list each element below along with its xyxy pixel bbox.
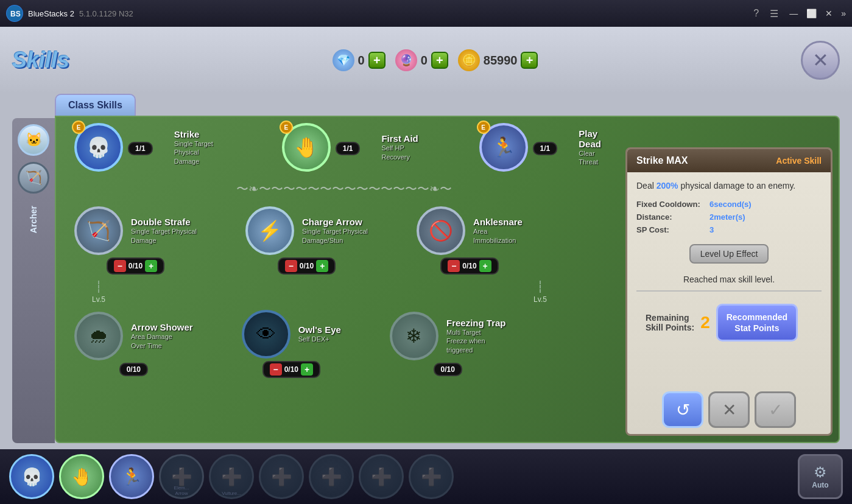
info-sp-cost: SP Cost: 3 <box>636 225 822 234</box>
titlebar: BS BlueStacks 2 5.1.0.1129 N32 ? ☰ — ⬜ ✕… <box>0 0 852 27</box>
expand-button[interactable]: » <box>841 9 846 18</box>
gem-count: 0 <box>421 54 428 68</box>
info-skill-type: Active Skill <box>776 156 822 166</box>
skill-slot-4[interactable]: ➕ Elem...Arrow <box>159 454 204 499</box>
info-max-text: Reached max skill level. <box>636 275 822 284</box>
arrow-shower-name: Arrow Shower <box>131 322 193 332</box>
help-icon[interactable]: ? <box>753 8 759 19</box>
double-strafe-icon-wrap: 🏹 <box>74 206 123 255</box>
owls-eye-desc: Self DEX+ <box>298 335 341 343</box>
skills-header: Skills 💎 0 + 🔮 0 + 🪙 85990 + ✕ <box>0 27 852 94</box>
slot1-icon: 💀 <box>21 467 43 487</box>
skill-anklesnare: 🚫 Anklesnare AreaImmobilization <box>417 206 523 255</box>
slot5-icon: ➕ <box>221 467 242 487</box>
anklesnare-circle[interactable]: 🚫 <box>417 206 465 255</box>
skill-slot-6[interactable]: ➕ <box>259 454 304 499</box>
skill-charge-arrow: ⚡ Charge Arrow Single Target PhysicalDam… <box>245 206 368 255</box>
skill-slot-2[interactable]: 🤚 <box>59 454 104 499</box>
gem-add-button[interactable]: + <box>431 52 448 69</box>
confirm-button[interactable]: ✓ <box>755 391 796 428</box>
owls-eye-level: 0/10 <box>284 365 298 374</box>
remaining-label-col: Remaining Skill Points: <box>646 313 694 332</box>
charge-arrow-desc: Single Target PhysicalDamage/Stun <box>302 227 368 245</box>
coin-icon: 🪙 <box>458 49 480 71</box>
slot2-icon: 🤚 <box>71 467 93 487</box>
anklesnare-desc: AreaImmobilization <box>473 227 523 245</box>
strike-name: Strike <box>174 129 226 139</box>
connector-right: Lv.5 <box>528 281 552 304</box>
diamond-icon: 💎 <box>333 49 354 71</box>
double-strafe-circle[interactable]: 🏹 <box>74 206 123 255</box>
freezing-trap-icon-wrap: ❄ <box>390 312 438 360</box>
double-strafe-minus[interactable]: − <box>114 260 126 272</box>
charge-arrow-minus[interactable]: − <box>285 260 297 272</box>
owls-eye-circle[interactable]: 👁 <box>242 310 290 359</box>
close-button[interactable]: ✕ <box>825 9 833 18</box>
skill-strike: 💀 E 1/1 <box>74 123 153 172</box>
freezing-trap-col: ❄ Freezing Trap Multi TargetFreeze whent… <box>390 312 506 376</box>
charge-arrow-controls: − 0/10 + <box>278 257 336 275</box>
diamond-add-button[interactable]: + <box>368 52 386 69</box>
cancel-button[interactable]: ✕ <box>708 391 750 428</box>
recommended-stat-points-button[interactable]: RecommendedStat Points <box>716 304 798 341</box>
currency-group: 💎 0 + 🔮 0 + 🪙 85990 + <box>333 49 538 71</box>
restore-button[interactable]: ⬜ <box>806 9 817 18</box>
slot7-icon: ➕ <box>321 467 342 487</box>
charge-arrow-level: 0/10 <box>300 262 314 270</box>
double-strafe-desc: Single Target PhysicalDamage <box>131 227 197 245</box>
class-label: Archer <box>29 206 38 233</box>
coin-add-button[interactable]: + <box>521 52 538 69</box>
double-strafe-controls: − 0/10 + <box>107 257 164 275</box>
freezing-trap-desc: Multi TargetFreeze whentriggered <box>446 328 506 354</box>
skill-slot-3[interactable]: 🏃 <box>109 454 154 499</box>
menu-icon[interactable]: ☰ <box>770 8 778 19</box>
diamond-currency: 💎 0 + <box>333 49 386 71</box>
sidebar-item-cat[interactable]: 🐱 <box>18 124 49 156</box>
charge-arrow-col: ⚡ Charge Arrow Single Target PhysicalDam… <box>245 206 368 275</box>
ornament-divider: 〜❧〜〜〜〜〜〜〜〜〜〜〜〜〜〜❧〜 <box>62 178 625 200</box>
skill-slot-9[interactable]: ➕ <box>409 454 454 499</box>
charge-arrow-plus[interactable]: + <box>316 260 328 272</box>
auto-label: Auto <box>812 481 828 489</box>
connector-lv-right: Lv.5 <box>533 295 547 304</box>
action-buttons: ↺ ✕ ✓ <box>627 385 831 434</box>
skill-slot-8[interactable]: ➕ <box>359 454 404 499</box>
charge-arrow-icon-wrap: ⚡ <box>245 206 294 255</box>
freezing-trap-info: Freezing Trap Multi TargetFreeze whentri… <box>446 318 506 354</box>
skill-slot-7[interactable]: ➕ <box>309 454 354 499</box>
level-up-effect-button[interactable]: Level Up Effect <box>689 244 769 264</box>
close-button-circle[interactable]: ✕ <box>801 41 840 80</box>
skill-double-strafe: 🏹 Double Strafe Single Target PhysicalDa… <box>74 206 197 255</box>
first-aid-level: 1/1 <box>336 142 361 155</box>
auto-button[interactable]: ⚙ Auto <box>798 454 843 499</box>
anklesnare-plus[interactable]: + <box>479 260 491 272</box>
minimize-button[interactable]: — <box>789 9 798 18</box>
charge-arrow-circle[interactable]: ⚡ <box>245 206 294 255</box>
refresh-button[interactable]: ↺ <box>662 391 703 428</box>
sidebar-item-archer[interactable]: 🏹 <box>18 162 49 194</box>
skill-slot-1[interactable]: 💀 <box>9 454 54 499</box>
strike-badge: E <box>72 121 85 134</box>
owls-eye-plus[interactable]: + <box>301 363 313 376</box>
connector-lv-left: Lv.5 <box>92 295 105 304</box>
page-title: Skills <box>12 47 69 73</box>
skill-slot-5[interactable]: ➕ Vulture... <box>209 454 254 499</box>
arrow-shower-col: 🌧 Arrow Shower Area DamageOver Time 0/10 <box>74 312 193 376</box>
arrow-shower-icon-wrap: 🌧 <box>74 312 123 360</box>
double-strafe-plus[interactable]: + <box>145 260 157 272</box>
freezing-trap-name: Freezing Trap <box>446 318 506 328</box>
app-version: 5.1.0.1129 N32 <box>79 9 133 18</box>
anklesnare-minus[interactable]: − <box>448 260 460 272</box>
slot5-label: Vulture... <box>211 491 252 496</box>
info-panel-header: Strike MAX Active Skill <box>627 149 831 172</box>
skill-arrow-shower: 🌧 Arrow Shower Area DamageOver Time <box>74 312 193 360</box>
remaining-count: 2 <box>700 313 710 332</box>
connector-row: Lv.5 Lv.5 <box>62 281 625 304</box>
double-strafe-info: Double Strafe Single Target PhysicalDama… <box>131 217 197 245</box>
charge-arrow-info: Charge Arrow Single Target PhysicalDamag… <box>302 217 368 245</box>
owls-eye-minus[interactable]: − <box>270 363 282 376</box>
arrow-shower-level: 0/10 <box>119 363 148 376</box>
anklesnare-controls: − 0/10 + <box>440 257 498 275</box>
class-tab[interactable]: Class Skills <box>55 94 136 116</box>
owls-eye-col: 👁 Owl's Eye Self DEX+ − 0/10 + <box>242 310 341 378</box>
